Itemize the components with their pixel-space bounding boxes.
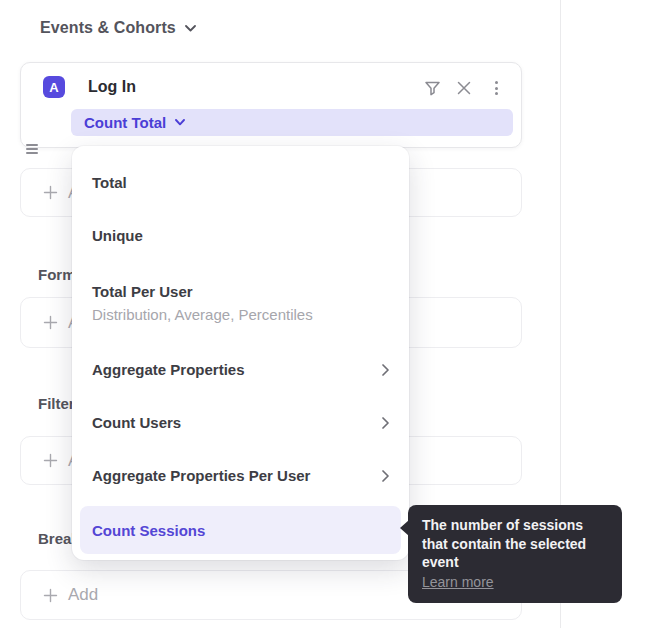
learn-more-link[interactable]: Learn more	[422, 574, 494, 590]
menu-item-total-per-user[interactable]: Total Per User Distribution, Average, Pe…	[80, 262, 401, 343]
plus-icon	[43, 588, 58, 603]
chevron-down-icon	[175, 119, 185, 126]
plus-icon	[43, 185, 58, 200]
chevron-down-icon	[185, 25, 196, 32]
menu-item-label: Total Per User	[92, 283, 193, 300]
menu-item-count-sessions[interactable]: Count Sessions	[80, 506, 401, 554]
chevron-right-icon	[382, 470, 389, 482]
tooltip-text: that contain the selected	[422, 535, 608, 554]
menu-item-aggregate-properties-per-user[interactable]: Aggregate Properties Per User	[80, 449, 401, 502]
chevron-right-icon	[382, 364, 389, 376]
event-letter-badge: A	[43, 76, 65, 98]
tooltip-text: The number of sessions	[422, 516, 608, 535]
menu-item-aggregate-properties[interactable]: Aggregate Properties	[80, 343, 401, 396]
measurement-value: Count Total	[84, 114, 166, 131]
menu-item-label: Total	[92, 174, 127, 191]
menu-item-total[interactable]: Total	[80, 156, 401, 209]
plus-icon	[43, 315, 58, 330]
chevron-right-icon	[382, 417, 389, 429]
menu-item-label: Aggregate Properties Per User	[92, 467, 310, 484]
filter-icon[interactable]	[420, 78, 444, 98]
tooltip-text: event	[422, 553, 608, 572]
tooltip-arrow	[400, 520, 409, 536]
count-sessions-tooltip: The number of sessions that contain the …	[408, 505, 622, 603]
events-cohorts-header[interactable]: Events & Cohorts	[40, 19, 196, 37]
menu-item-count-users[interactable]: Count Users	[80, 396, 401, 449]
menu-item-sublabel: Distribution, Average, Percentiles	[92, 306, 313, 323]
close-icon[interactable]	[452, 78, 476, 98]
menu-item-label: Aggregate Properties	[92, 361, 245, 378]
measurement-dropdown[interactable]: Count Total	[71, 109, 513, 136]
menu-item-unique[interactable]: Unique	[80, 209, 401, 262]
event-name[interactable]: Log In	[88, 76, 136, 98]
menu-item-label: Count Sessions	[92, 522, 205, 539]
menu-item-label: Count Users	[92, 414, 181, 431]
plus-icon	[43, 453, 58, 468]
page-title: Events & Cohorts	[40, 19, 176, 37]
event-card-log-in: A Log In Count Total	[20, 62, 522, 148]
add-breakdown-label: Add	[68, 585, 98, 605]
drag-handle-icon[interactable]	[26, 144, 38, 154]
kebab-menu-icon[interactable]	[484, 78, 508, 98]
menu-item-label: Unique	[92, 227, 143, 244]
measurement-menu: Total Unique Total Per User Distribution…	[72, 146, 409, 560]
query-builder-panel: Events & Cohorts Add Formulas Add Filter…	[0, 0, 658, 628]
